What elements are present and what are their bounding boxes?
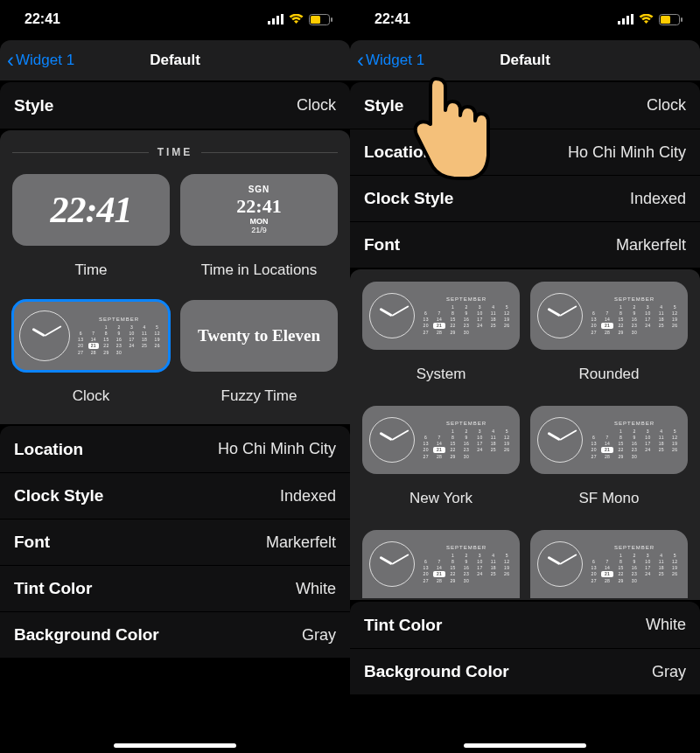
analog-clock-icon	[537, 293, 583, 338]
cellular-icon	[268, 14, 284, 24]
home-indicator[interactable]	[114, 743, 236, 748]
caption-time-loc: Time in Locations	[180, 261, 338, 279]
preview-time-in-locations[interactable]: SGN 22:41 MON 21/9	[180, 174, 338, 246]
status-icons	[618, 14, 682, 25]
status-icons	[268, 14, 332, 25]
preview-fuzzy-time[interactable]: Twenty to Eleven	[180, 300, 338, 372]
row-location[interactable]: Location Ho Chi Minh City	[0, 426, 350, 472]
back-label: Widget 1	[366, 52, 424, 69]
status-bar: 22:41	[350, 0, 700, 38]
svg-rect-5	[311, 16, 320, 24]
svg-rect-0	[268, 21, 270, 24]
preview-time-value: 22:41	[51, 189, 132, 231]
row-style-label: Style	[14, 96, 53, 115]
caption-clock: Clock	[12, 387, 170, 405]
caption-sfmono: SF Mono	[530, 490, 688, 507]
wifi-icon	[639, 14, 654, 24]
chevron-left-icon: ‹	[7, 50, 14, 71]
analog-clock-icon	[369, 293, 415, 338]
row-clock-style[interactable]: Clock Style Indexed	[0, 472, 350, 519]
svg-rect-9	[626, 16, 629, 24]
caption-newyork: New York	[362, 490, 520, 507]
preview-clock[interactable]: SEPTEMBER 123456789101112131415161718192…	[12, 300, 170, 372]
row-clock-style[interactable]: Clock Style Indexed	[350, 175, 700, 221]
wifi-icon	[289, 14, 304, 24]
row-font[interactable]: Font Markerfelt	[350, 221, 700, 268]
back-label: Widget 1	[16, 52, 74, 69]
row-tint-color[interactable]: Tint Color White	[350, 602, 700, 648]
font-option-rounded[interactable]: SEPTEMBER1234567891011121314151617181920…	[530, 282, 688, 350]
row-background-color[interactable]: Background Color Gray	[0, 611, 350, 658]
row-style[interactable]: Style Clock	[350, 82, 700, 129]
nav-bar: ‹ Widget 1 Default	[0, 40, 350, 80]
svg-rect-1	[272, 18, 275, 24]
cellular-icon	[618, 14, 634, 24]
top-settings-rows: Style Clock Location Ho Chi Minh City Cl…	[350, 82, 700, 268]
analog-clock-icon	[537, 417, 583, 463]
svg-rect-10	[631, 14, 634, 24]
font-option-partial-right[interactable]: SEPTEMBER1234567891011121314151617181920…	[530, 530, 688, 598]
font-previews: SEPTEMBER1234567891011121314151617181920…	[350, 269, 700, 600]
bottom-settings-rows: Tint Color White Background Color Gray	[350, 602, 700, 694]
caption-system: System	[362, 366, 520, 383]
font-option-newyork[interactable]: SEPTEMBER1234567891011121314151617181920…	[362, 406, 520, 474]
caption-time: Time	[12, 261, 170, 279]
page-title: Default	[150, 52, 200, 69]
caption-fuzzy: Fuzzy Time	[180, 387, 338, 405]
row-background-color[interactable]: Background Color Gray	[350, 648, 700, 694]
battery-icon	[309, 14, 332, 25]
nav-bar: ‹ Widget 1 Default	[350, 40, 700, 80]
analog-clock-icon	[369, 417, 415, 463]
row-style[interactable]: Style Clock	[0, 82, 350, 129]
status-bar: 22:41	[0, 0, 350, 38]
font-option-partial-left[interactable]: SEPTEMBER1234567891011121314151617181920…	[362, 530, 520, 598]
left-screen: 22:41 ‹ Widget 1 Default Style Clock TIM…	[0, 0, 350, 753]
style-previews: TIME 22:41 SGN 22:41 MON 21/9 Time Time …	[0, 130, 350, 424]
row-location[interactable]: Location Ho Chi Minh City	[350, 129, 700, 175]
mini-calendar: SEPTEMBER 123456789101112131415161718192…	[75, 317, 163, 355]
right-screen: 22:41 ‹ Widget 1 Default Style Clock Loc…	[350, 0, 700, 753]
row-tint-color[interactable]: Tint Color White	[0, 565, 350, 611]
home-indicator[interactable]	[464, 743, 586, 748]
analog-clock-icon	[369, 541, 415, 587]
svg-rect-6	[331, 17, 332, 22]
svg-rect-8	[622, 18, 625, 24]
status-time: 22:41	[24, 11, 60, 27]
svg-rect-3	[281, 14, 284, 24]
svg-rect-12	[661, 16, 670, 24]
svg-rect-13	[681, 17, 682, 22]
svg-rect-7	[618, 21, 620, 24]
battery-icon	[659, 14, 682, 25]
preview-time[interactable]: 22:41	[12, 174, 170, 246]
caption-rounded: Rounded	[530, 366, 688, 383]
status-time: 22:41	[374, 11, 410, 27]
page-title: Default	[500, 52, 550, 69]
back-button[interactable]: ‹ Widget 1	[350, 50, 424, 71]
row-font[interactable]: Font Markerfelt	[0, 519, 350, 565]
font-option-system[interactable]: SEPTEMBER1234567891011121314151617181920…	[362, 282, 520, 350]
chevron-left-icon: ‹	[357, 50, 364, 71]
analog-clock-icon	[537, 541, 583, 587]
settings-rows: Location Ho Chi Minh City Clock Style In…	[0, 426, 350, 658]
back-button[interactable]: ‹ Widget 1	[0, 50, 74, 71]
svg-rect-2	[276, 16, 279, 24]
font-option-sfmono[interactable]: SEPTEMBER1234567891011121314151617181920…	[530, 406, 688, 474]
analog-clock-icon	[19, 310, 70, 361]
time-section-header: TIME	[12, 146, 338, 158]
row-style-value: Clock	[297, 96, 336, 115]
preview-fuzzy-value: Twenty to Eleven	[198, 326, 320, 345]
